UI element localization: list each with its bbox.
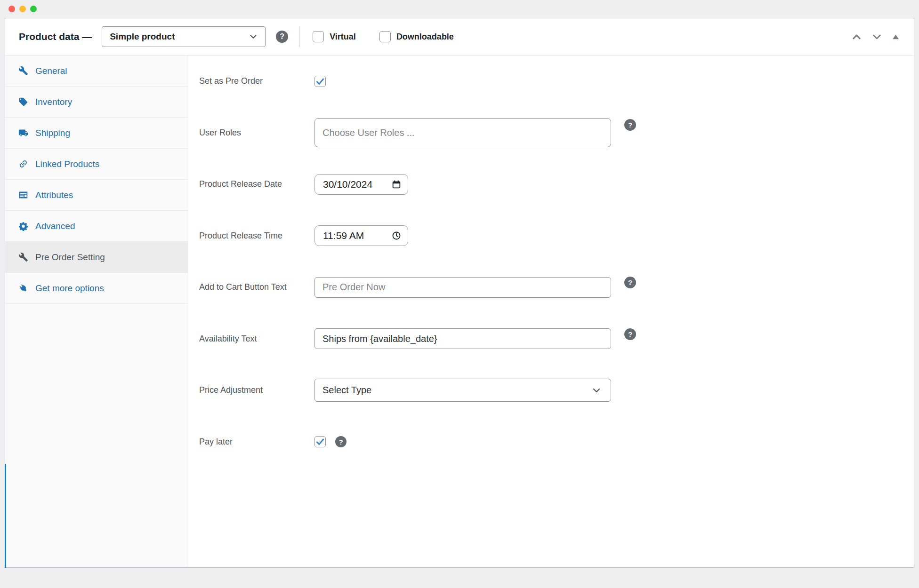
header-divider (299, 26, 300, 47)
tab-label: Inventory (35, 97, 72, 107)
window-bottom-margin (0, 568, 919, 588)
question-mark-glyph: ? (628, 121, 632, 129)
tab-shipping[interactable]: Shipping (5, 118, 188, 149)
pay-later-help-icon[interactable]: ? (335, 436, 347, 447)
cart-button-text-label: Add to Cart Button Text (199, 282, 314, 292)
tab-label: Get more options (35, 283, 104, 294)
price-adjustment-label: Price Adjustment (199, 385, 314, 395)
cart-button-text-row: Add to Cart Button Text ? (199, 262, 914, 313)
product-release-date-label: Product Release Date (199, 179, 314, 189)
release-date-value: 30/10/2024 (323, 179, 372, 190)
tab-get-more-options[interactable]: Get more options (5, 273, 188, 304)
tab-label: Linked Products (35, 159, 99, 169)
virtual-checkbox-row[interactable]: Virtual (313, 31, 356, 42)
virtual-label: Virtual (330, 32, 356, 42)
tag-icon (18, 97, 28, 107)
release-time-value: 11:59 AM (323, 230, 364, 241)
minimize-window-icon[interactable] (19, 6, 26, 12)
wrench-icon (18, 66, 28, 76)
availability-text-label: Availability Text (199, 334, 314, 344)
product-data-header: Product data — Simple product ? Virtual (5, 18, 914, 56)
price-adjustment-select[interactable]: Select Type (314, 379, 611, 402)
product-type-select[interactable]: Simple product (102, 26, 266, 47)
cart-button-text-input[interactable] (314, 277, 611, 298)
downloadable-checkbox-row[interactable]: Downloadable (379, 31, 454, 42)
tab-label: Advanced (35, 221, 75, 231)
product-data-window: Product data — Simple product ? Virtual (0, 0, 919, 588)
wrench-icon (18, 252, 28, 262)
panel-order-controls (850, 31, 901, 43)
set-as-pre-order-row: Set as Pre Order (199, 56, 914, 107)
tab-linked-products[interactable]: Linked Products (5, 149, 188, 180)
pay-later-label: Pay later (199, 437, 314, 447)
calendar-icon[interactable] (391, 179, 402, 190)
product-data-panel: Product data — Simple product ? Virtual (5, 18, 914, 568)
downloadable-checkbox[interactable] (379, 31, 391, 42)
zoom-window-icon[interactable] (30, 6, 37, 12)
product-type-value: Simple product (110, 32, 175, 42)
left-accent-bar (5, 464, 6, 568)
product-release-date-row: Product Release Date 30/10/2024 (199, 159, 914, 210)
set-as-pre-order-label: Set as Pre Order (199, 76, 314, 86)
toggle-panel-icon[interactable] (891, 32, 901, 42)
availability-text-help-icon[interactable]: ? (624, 328, 636, 340)
tab-label: General (35, 66, 67, 76)
tab-inventory[interactable]: Inventory (5, 87, 188, 118)
user-roles-label: User Roles (199, 128, 314, 138)
tab-label: Shipping (35, 128, 70, 138)
link-icon (18, 159, 28, 169)
chevron-down-icon (248, 32, 258, 42)
panel-title: Product data — (19, 31, 92, 42)
pay-later-row: Pay later ? (199, 416, 914, 468)
pay-later-checkbox[interactable] (314, 436, 326, 447)
product-release-time-label: Product Release Time (199, 231, 314, 241)
availability-text-input[interactable] (314, 328, 611, 349)
question-mark-glyph: ? (280, 32, 284, 41)
truck-icon (18, 128, 28, 138)
chevron-down-icon (591, 385, 602, 396)
tab-advanced[interactable]: Advanced (5, 211, 188, 242)
set-as-pre-order-checkbox[interactable] (314, 76, 326, 87)
tab-label: Attributes (35, 190, 73, 200)
attributes-card-icon (18, 190, 28, 200)
product-data-tabs: General Inventory Shipping Linked Produc… (5, 56, 188, 567)
product-release-time-input[interactable]: 11:59 AM (314, 225, 408, 246)
close-window-icon[interactable] (8, 6, 15, 12)
tab-pre-order-setting[interactable]: Pre Order Setting (5, 242, 188, 273)
price-adjustment-value: Select Type (322, 385, 371, 396)
virtual-checkbox[interactable] (313, 31, 324, 42)
question-mark-glyph: ? (339, 438, 343, 446)
availability-text-row: Availability Text ? (199, 313, 914, 365)
tab-attributes[interactable]: Attributes (5, 180, 188, 211)
check-icon (315, 437, 325, 446)
move-up-icon[interactable] (850, 31, 863, 43)
plug-icon (18, 283, 28, 293)
user-roles-row: User Roles ? (199, 107, 914, 159)
check-icon (315, 77, 325, 86)
move-down-icon[interactable] (871, 31, 883, 43)
tab-label: Pre Order Setting (35, 252, 105, 262)
downloadable-label: Downloadable (396, 32, 454, 42)
user-roles-input[interactable] (314, 118, 611, 147)
pre-order-settings-form: Set as Pre Order User Roles ? Product Re… (188, 56, 914, 567)
tab-general[interactable]: General (5, 56, 188, 87)
price-adjustment-row: Price Adjustment Select Type (199, 365, 914, 416)
cart-button-text-help-icon[interactable]: ? (624, 277, 636, 288)
gear-icon (18, 221, 28, 231)
question-mark-glyph: ? (628, 278, 632, 286)
product-release-date-input[interactable]: 30/10/2024 (314, 174, 408, 195)
question-mark-glyph: ? (628, 330, 632, 338)
product-release-time-row: Product Release Time 11:59 AM (199, 210, 914, 262)
user-roles-help-icon[interactable]: ? (624, 119, 636, 131)
window-titlebar (0, 0, 919, 18)
clock-icon[interactable] (391, 230, 402, 241)
product-type-help-icon[interactable]: ? (276, 31, 288, 43)
